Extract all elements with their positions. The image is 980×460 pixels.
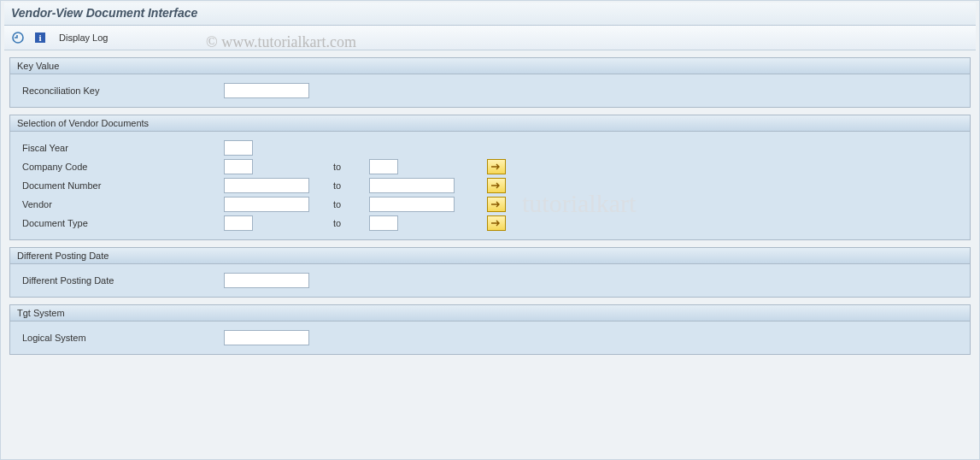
svg-text:i: i [38, 32, 41, 43]
vendor-from-input[interactable] [224, 197, 309, 212]
label-vendor: Vendor [19, 199, 224, 209]
label-diff-posting-date: Different Posting Date [19, 275, 224, 286]
document-type-to-input[interactable] [369, 215, 398, 231]
label-company-code: Company Code [19, 162, 224, 172]
group-tgt-system: Tgt System Logical System [9, 304, 971, 355]
document-type-multi-button[interactable] [487, 215, 506, 231]
group-title-key-value: Key Value [10, 58, 970, 74]
document-number-from-input[interactable] [224, 178, 309, 193]
group-title-diff-posting: Different Posting Date [10, 248, 970, 264]
fiscal-year-input[interactable] [224, 140, 253, 156]
label-document-number: Document Number [19, 180, 224, 191]
document-number-multi-button[interactable] [487, 178, 506, 193]
reconciliation-key-input[interactable] [224, 83, 309, 98]
label-document-type: Document Type [19, 218, 224, 228]
logical-system-input[interactable] [224, 330, 309, 345]
group-diff-posting: Different Posting Date Different Posting… [9, 247, 971, 298]
vendor-multi-button[interactable] [487, 197, 506, 212]
vendor-to-input[interactable] [369, 197, 455, 212]
company-code-multi-button[interactable] [487, 159, 506, 174]
group-selection: Selection of Vendor Documents Fiscal Yea… [9, 115, 971, 240]
label-logical-system: Logical System [19, 333, 224, 343]
info-icon[interactable]: i [32, 29, 49, 46]
to-label: to [318, 162, 369, 172]
document-type-from-input[interactable] [224, 215, 253, 231]
label-fiscal-year: Fiscal Year [19, 143, 224, 153]
document-number-to-input[interactable] [369, 178, 455, 193]
diff-posting-date-input[interactable] [224, 273, 309, 288]
to-label: to [318, 218, 369, 228]
to-label: to [318, 180, 369, 191]
svg-point-0 [13, 32, 23, 43]
display-log-button[interactable]: Display Log [54, 31, 113, 44]
to-label: to [318, 199, 369, 209]
group-title-tgt-system: Tgt System [10, 305, 970, 321]
label-reconciliation-key: Reconciliation Key [19, 86, 224, 96]
app-window: Vendor-View Document Interface i Display… [0, 0, 980, 460]
group-key-value: Key Value Reconciliation Key [9, 57, 971, 108]
toolbar: i Display Log [4, 26, 976, 50]
group-title-selection: Selection of Vendor Documents [10, 115, 970, 132]
execute-icon[interactable] [9, 29, 26, 46]
company-code-to-input[interactable] [369, 159, 398, 174]
page-title: Vendor-View Document Interface [4, 3, 976, 26]
company-code-from-input[interactable] [224, 159, 253, 174]
